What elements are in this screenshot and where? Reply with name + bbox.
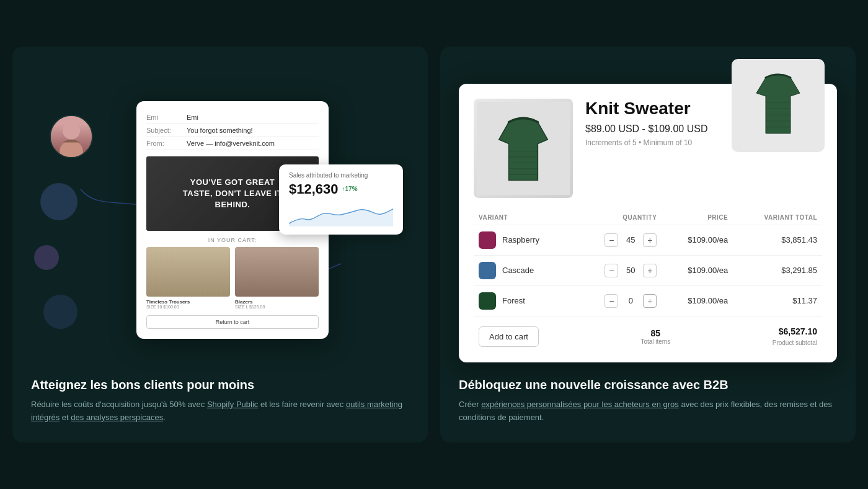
cascade-label: Cascade — [502, 266, 534, 275]
in-cart-label: IN YOUR CART: — [146, 237, 319, 243]
left-card-headline: Atteignez les bons clients pour moins — [31, 378, 409, 392]
col-quantity: QUANTITY — [574, 210, 662, 225]
return-to-cart-btn[interactable]: Return to cart — [146, 315, 319, 329]
email-subject-label: Subject: — [146, 127, 180, 134]
analytics-title: Sales attributed to marketing — [289, 172, 393, 179]
table-row: Cascade − 50 + $109.00/ea — [474, 255, 822, 285]
cart-item-trousers-sub: SIZE 10 $100.00 — [146, 305, 230, 309]
forest-label: Forest — [502, 296, 525, 305]
variant-cascade-cell: Cascade — [479, 262, 569, 279]
avatar — [50, 115, 93, 158]
total-items-label: Total items — [539, 338, 773, 345]
product-subtotal-section: $6,527.10 Product subtotal — [773, 326, 817, 348]
deco-blob-2 — [34, 245, 59, 270]
svg-point-0 — [63, 122, 80, 139]
table-header-row: VARIANT QUANTITY PRICE VARIANT TOTAL — [474, 210, 822, 225]
cart-item-blazer-sub: SIZE L $125.00 — [235, 305, 319, 309]
raspberry-qty-increase[interactable]: + — [643, 233, 657, 247]
svg-point-1 — [60, 140, 83, 156]
forest-swatch — [479, 292, 496, 310]
left-card: Emi Emi Subject: You forgot something! F… — [12, 47, 428, 443]
cart-item-trousers-name: Timeless Trousers — [146, 299, 230, 305]
analytics-value: $12,630 — [289, 181, 339, 197]
shopify-public-link[interactable]: Shopify Public — [207, 400, 258, 409]
email-from-field: From: Verve — info@verveknit.com — [146, 137, 319, 150]
total-items-value: 85 — [539, 328, 773, 338]
raspberry-total: $3,851.43 — [733, 225, 822, 255]
left-card-visual: Emi Emi Subject: You forgot something! F… — [31, 65, 409, 363]
subtotal-value: $6,527.10 — [773, 326, 817, 336]
cart-item-blazer: Blazers SIZE L $125.00 — [235, 247, 319, 309]
b2b-experiences-link[interactable]: expériences personnalisées pour les ache… — [481, 400, 679, 409]
email-to-field: Emi Emi — [146, 111, 319, 124]
cascade-qty-control: − 50 + — [579, 264, 657, 277]
table-footer: Add to cart 85 Total items $6,527.10 Pro… — [474, 319, 822, 348]
main-container: Emi Emi Subject: You forgot something! F… — [12, 47, 856, 443]
raspberry-price: $109.00/ea — [662, 225, 733, 255]
analytics-amount: $12,630 ↑17% — [289, 181, 393, 197]
forest-qty-increase[interactable]: + — [643, 294, 657, 308]
email-to-value: Emi — [187, 114, 198, 121]
analytics-card: Sales attributed to marketing $12,630 ↑1… — [279, 164, 403, 235]
cart-items: Timeless Trousers SIZE 10 $100.00 Blazer… — [146, 247, 319, 309]
right-card-visual: Knit Sweater $89.00 USD - $109.00 USD In… — [459, 65, 837, 363]
col-total: VARIANT TOTAL — [733, 210, 822, 225]
analytics-badge: ↑17% — [342, 186, 358, 192]
forest-qty-value: 0 — [623, 296, 638, 305]
raspberry-qty-value: 45 — [623, 235, 638, 244]
table-row: Forest − 0 + $109.00/ea — [474, 285, 822, 316]
cascade-qty-decrease[interactable]: − — [604, 264, 618, 277]
deco-blob-1 — [40, 183, 78, 220]
email-from-label: From: — [146, 140, 180, 147]
right-card: Knit Sweater $89.00 USD - $109.00 USD In… — [440, 47, 856, 443]
cart-item-trousers: Timeless Trousers SIZE 10 $100.00 — [146, 247, 230, 309]
cart-item-blazer-img — [235, 247, 319, 297]
cascade-total: $3,291.85 — [733, 255, 822, 285]
forest-qty-decrease[interactable]: − — [604, 294, 618, 308]
raspberry-label: Raspberry — [502, 235, 539, 244]
cascade-swatch — [479, 262, 496, 279]
right-card-text: Débloquez une nouvelle croissance avec B… — [459, 363, 837, 424]
forest-qty-control: − 0 + — [579, 294, 657, 308]
variants-table: VARIANT QUANTITY PRICE VARIANT TOTAL — [474, 210, 822, 316]
analytics-chart — [289, 202, 393, 227]
variant-raspberry-cell: Raspberry — [479, 231, 569, 249]
cascade-price: $109.00/ea — [662, 255, 733, 285]
cascade-qty-value: 50 — [623, 266, 638, 275]
email-subject-field: Subject: You forgot something! — [146, 124, 319, 137]
table-row: Raspberry − 45 + $109.00/ea — [474, 225, 822, 255]
total-items-section: 85 Total items — [539, 328, 773, 345]
variant-forest-cell: Forest — [479, 292, 569, 310]
cart-item-blazer-name: Blazers — [235, 299, 319, 305]
right-card-body: Créer expériences personnalisées pour le… — [459, 398, 837, 424]
raspberry-qty-decrease[interactable]: − — [604, 233, 618, 247]
email-subject-value: You forgot something! — [187, 127, 253, 134]
raspberry-qty-control: − 45 + — [579, 233, 657, 247]
avatar-image — [51, 116, 92, 157]
cascade-qty-increase[interactable]: + — [643, 264, 657, 277]
right-card-headline: Débloquez une nouvelle croissance avec B… — [459, 378, 837, 392]
email-to-label: Emi — [146, 114, 180, 121]
deco-blob-3 — [43, 295, 78, 329]
left-card-text: Atteignez les bons clients pour moins Ré… — [31, 363, 409, 424]
product-image — [474, 99, 573, 198]
cart-item-trousers-img — [146, 247, 230, 297]
col-price: PRICE — [662, 210, 733, 225]
email-from-value: Verve — info@verveknit.com — [187, 140, 275, 147]
analytics-link[interactable]: des analyses perspicaces — [71, 413, 163, 422]
raspberry-swatch — [479, 231, 496, 249]
forest-price: $109.00/ea — [662, 285, 733, 316]
add-to-cart-button[interactable]: Add to cart — [479, 326, 539, 347]
sweater-floating-img — [732, 59, 825, 155]
col-variant: VARIANT — [474, 210, 574, 225]
forest-total: $11.37 — [733, 285, 822, 316]
subtotal-label: Product subtotal — [773, 339, 817, 346]
left-card-body: Réduire les coûts d'acquisition jusqu'à … — [31, 398, 409, 424]
email-hero-text: YOU'VE GOT GREATTASTE, DON'T LEAVE ITBEH… — [183, 177, 282, 211]
